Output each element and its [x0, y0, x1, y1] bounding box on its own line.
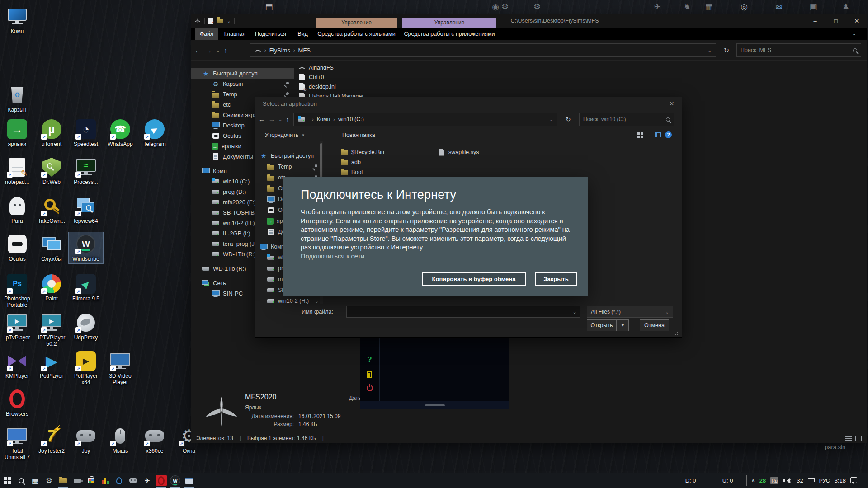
network-speed-widget[interactable]: D: 0 U: 0 — [672, 475, 747, 486]
desktop-icon-photoshop[interactable]: Ps↗Photoshop Portable — [0, 272, 34, 310]
file-row[interactable]: swapfile.sys — [434, 147, 533, 157]
taskbar-windscribe-button[interactable]: W — [168, 473, 182, 488]
search-box[interactable] — [579, 113, 674, 126]
forward-button[interactable]: → — [205, 47, 212, 54]
breadcrumb-item[interactable]: win10 (C:) — [338, 116, 364, 122]
taskbar-opera-button[interactable] — [154, 473, 168, 488]
file-row[interactable]: AirlandFS — [294, 63, 867, 72]
clock[interactable]: 3:18 — [835, 477, 846, 484]
filename-combobox[interactable]: ⌄ — [346, 306, 580, 318]
open-button[interactable]: Открыть — [587, 319, 617, 331]
temperature-indicator[interactable]: 28 — [760, 477, 766, 484]
taskbar-app-window-button[interactable] — [182, 473, 196, 488]
desktop-icon-iptvplayer[interactable]: ▶↗IpTvPlayer — [0, 311, 34, 342]
file-row[interactable]: desktop.ini — [294, 82, 867, 91]
taskbar-monitor-stats-button[interactable] — [98, 473, 112, 488]
help-icon[interactable]: ? — [665, 131, 672, 138]
desktop-icon-oculus[interactable]: Oculus — [0, 232, 34, 263]
recent-locations-icon[interactable]: ⌄ — [278, 117, 282, 122]
desktop-icon-partial-gear-icon[interactable]: ⚙ — [498, 1, 512, 13]
sidebar-item-temp[interactable]: Temp — [255, 161, 322, 172]
taskbar-start-button[interactable] — [0, 473, 14, 488]
desktop-icon-shortcuts[interactable]: →ярлыки — [0, 117, 34, 149]
taskbar-explorer-button[interactable] — [56, 473, 70, 488]
breadcrumb[interactable]: ›FlySims›MFS⌄ — [250, 43, 716, 57]
taskbar-calculator-button[interactable]: ▦ — [28, 473, 42, 488]
desktop-icon-iptvplayer502[interactable]: ▶↗IPTVPlayer 50.2 — [34, 311, 69, 348]
breadcrumb-item[interactable]: MFS — [298, 47, 311, 54]
chevron-down-icon[interactable]: ⌄ — [708, 48, 712, 53]
help-icon[interactable]: ? — [367, 355, 372, 364]
power-icon[interactable] — [367, 385, 373, 391]
desktop-icon-partial-chat-icon[interactable]: ✉ — [772, 1, 786, 13]
hidden-icons-chevron[interactable]: ∧ — [751, 478, 755, 483]
menu-tab-2[interactable]: Поделиться — [252, 28, 289, 40]
up-button[interactable]: ↑ — [224, 47, 227, 54]
chevron-down-icon[interactable]: ⌄ — [550, 117, 553, 122]
sidebar-item-quick-access[interactable]: ★Быстрый доступ — [191, 68, 294, 79]
desktop-icon-browsers[interactable]: Browsers — [0, 387, 34, 418]
copy-to-clipboard-button[interactable]: Копировать в буфер обмена — [422, 272, 526, 286]
view-switcher-icon[interactable] — [637, 132, 640, 135]
desktop-icon-kmplayer[interactable]: ↗KMPlayer — [0, 349, 34, 380]
menu-tab-5[interactable]: Средства работы с приложениями — [402, 28, 496, 40]
back-button[interactable]: ← — [194, 47, 201, 54]
close-icon[interactable]: ✕ — [662, 97, 682, 110]
menu-tab-3[interactable]: Вид — [295, 28, 310, 40]
desktop-icon-comp[interactable]: Комп — [0, 5, 34, 36]
sidebar-item-win10-2-h[interactable]: win10-2 (H:)⌄ — [255, 296, 322, 304]
back-button[interactable]: ← — [259, 116, 265, 123]
breadcrumb[interactable]: ›Комп›win10 (C:)⌄ — [293, 113, 557, 126]
taskbar-flash-drive-button[interactable] — [70, 473, 84, 488]
taskbar-game-button[interactable] — [126, 473, 140, 488]
search-input[interactable] — [741, 47, 850, 53]
desktop-icon-utorrent[interactable]: µ↗uTorrent — [34, 117, 69, 149]
desktop-icon-partial-file-icon[interactable]: ▤ — [262, 1, 276, 13]
desktop-icon-para[interactable]: Para — [0, 194, 34, 225]
desktop-icon-potplayer[interactable]: ▶↗PotPlayer — [34, 349, 69, 380]
desktop-icon-partial-user-icon[interactable]: ♟ — [839, 1, 853, 13]
menu-tab-1[interactable]: Главная — [222, 28, 248, 40]
desktop-icon-partial-gear-icon[interactable]: ⚙ — [530, 1, 544, 13]
file-row[interactable]: Boot — [336, 167, 434, 177]
exit-icon[interactable] — [367, 371, 372, 378]
sidebar-item-quick-access[interactable]: ★Быстрый доступ — [255, 150, 322, 161]
volume-icon[interactable] — [783, 478, 792, 484]
chevron-down-icon[interactable]: ⌄ — [573, 310, 576, 314]
desktop-icon-mouse[interactable]: ↗Мышь — [103, 424, 137, 455]
new-folder-icon[interactable] — [217, 19, 223, 23]
language-indicator[interactable]: РУС — [819, 478, 830, 484]
search-input[interactable] — [583, 116, 663, 122]
filename-input[interactable] — [350, 309, 573, 315]
sidebar-item-recycle-bin[interactable]: ♻Карзын — [191, 79, 294, 89]
desktop-icon-joy[interactable]: ↗Joy — [69, 424, 103, 455]
chevron-down-icon[interactable]: ⌄ — [227, 19, 231, 23]
desktop-icon-paint[interactable]: ↗Paint — [34, 272, 69, 303]
minimize-button[interactable]: – — [805, 14, 826, 28]
desktop-icon-x360ce[interactable]: ↗x360ce — [137, 424, 172, 455]
desktop-icon-partial-lock-icon[interactable]: ▣ — [807, 1, 820, 13]
breadcrumb-item[interactable]: Комп — [317, 116, 330, 122]
keyboard-layout-badge[interactable]: Ru — [770, 477, 778, 484]
desktop-icon-potplayer-x64[interactable]: ▶↗PotPlayer x64 — [69, 349, 103, 387]
file-row[interactable]: Ctrl+0 — [294, 72, 867, 82]
desktop-icon-filmora[interactable]: ▶↗Filmora 9.5 — [69, 272, 103, 303]
desktop-icon-process[interactable]: ≈↗Process... — [69, 155, 103, 187]
properties-icon[interactable] — [208, 18, 213, 24]
desktop-icon-partial-box-icon[interactable]: ▦ — [702, 1, 716, 13]
close-dialog-button[interactable]: Закрыть — [535, 272, 577, 286]
connect-network-link[interactable]: Подключиться к сети. — [301, 252, 570, 261]
desktop-icon-whatsapp[interactable]: ☎↗WhatsApp — [103, 117, 137, 149]
breadcrumb-item[interactable]: FlySims — [269, 47, 290, 54]
taskbar-settings-button[interactable]: ⚙ — [42, 473, 56, 488]
ribbon-collapse-icon[interactable]: ⌄ — [852, 28, 856, 40]
desktop-icon-udpproxy[interactable]: ↗UdpProxy — [69, 311, 103, 342]
recent-locations-icon[interactable]: ⌄ — [216, 48, 220, 53]
file-row[interactable]: adb — [336, 157, 434, 167]
desktop-icon-drweb[interactable]: ↗Dr.Web — [34, 155, 69, 187]
organize-button[interactable]: Упорядочить — [265, 132, 298, 138]
desktop-icon-speedtest[interactable]: ◔↗Speedtest — [69, 117, 103, 149]
network-icon[interactable] — [808, 478, 815, 483]
ribbon-contextual-tab-shortcut[interactable]: Управление — [316, 18, 397, 28]
search-box[interactable] — [736, 43, 861, 57]
